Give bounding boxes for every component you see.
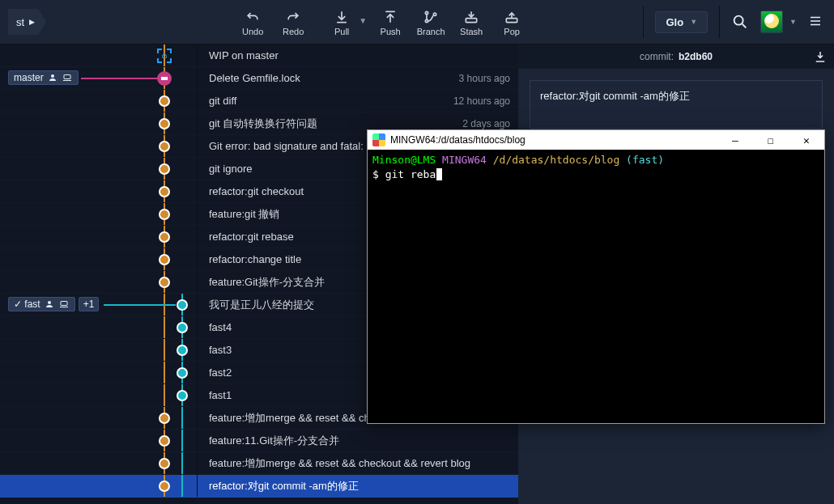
- svg-rect-8: [64, 75, 70, 79]
- commit-header: commit: b2db60: [518, 44, 834, 69]
- commit-dot-icon: [177, 367, 188, 379]
- terminal-env: MINGW64: [442, 154, 487, 166]
- pull-button[interactable]: Pull ▼: [321, 5, 362, 40]
- branch-badge-master[interactable]: master: [8, 70, 79, 85]
- stash-label: Stash: [460, 27, 483, 36]
- commit-dot-icon: [177, 390, 188, 401]
- branch-button[interactable]: Branch: [411, 5, 451, 40]
- commit-label: commit:: [640, 51, 674, 62]
- svg-rect-10: [61, 302, 67, 306]
- commit-message: feature:增加merge && reset && checkout && …: [209, 456, 510, 471]
- commit-dot-icon: [159, 458, 170, 469]
- ahead-count-badge: +1: [79, 297, 100, 311]
- branch-label: Branch: [417, 27, 445, 36]
- push-label: Push: [381, 27, 401, 36]
- branch-badge-fast[interactable]: ✓ fast +1: [8, 297, 99, 311]
- commit-row[interactable]: git diff12 hours ago: [0, 90, 518, 112]
- glo-label: Glo: [666, 16, 683, 28]
- svg-point-1: [425, 19, 428, 22]
- commit-row[interactable]: feature:11.Git操作-分支合并: [0, 430, 518, 452]
- commit-dot-icon: [159, 254, 170, 265]
- commit-dot-icon: [159, 95, 170, 107]
- commit-dot-icon: [159, 209, 170, 220]
- svg-rect-3: [466, 19, 476, 23]
- chevron-down-icon: ▼: [690, 18, 697, 26]
- commit-row[interactable]: refactor:对git commit -am的修正: [0, 475, 518, 498]
- commit-message: git diff: [209, 95, 447, 107]
- commit-row[interactable]: masterDelete Gemfile.lock3 hours ago: [0, 67, 518, 90]
- mingw-icon: [372, 133, 385, 146]
- terminal-user: Minson@LMS: [372, 154, 436, 166]
- stash-button[interactable]: Stash: [451, 5, 491, 40]
- current-branch-label: st: [16, 16, 24, 28]
- laptop-icon: [62, 72, 73, 83]
- commit-message-box: refactor:对git commit -am的修正: [530, 80, 823, 129]
- svg-rect-6: [163, 55, 167, 57]
- commit-dot-icon: [159, 435, 170, 447]
- svg-point-9: [48, 301, 51, 304]
- push-button[interactable]: Push: [370, 5, 411, 40]
- commit-dot-icon: [177, 299, 188, 311]
- pull-label: Pull: [334, 27, 349, 36]
- commit-row[interactable]: feature:增加merge && reset && checkout && …: [0, 452, 518, 475]
- commit-message: git 自动转换换行符问题: [209, 116, 456, 131]
- terminal-command: $ git reba: [372, 168, 436, 180]
- commit-message: refactor:对git commit -am的修正: [540, 90, 690, 102]
- commit-time: 12 hours ago: [447, 95, 510, 107]
- avatar-icon: [44, 299, 55, 310]
- commit-time: 2 days ago: [456, 118, 510, 129]
- commit-hash: b2db60: [679, 51, 713, 62]
- terminal-path: /d/datas/htdocs/blog: [493, 154, 620, 166]
- terminal-title: MINGW64:/d/datas/htdocs/blog: [390, 134, 717, 146]
- undo-button[interactable]: Undo: [232, 5, 273, 40]
- commit-message: Delete Gemfile.lock: [209, 72, 453, 84]
- svg-point-7: [51, 74, 54, 78]
- commit-message: feature:11.Git操作-分支合并: [209, 434, 510, 448]
- commit-dot-icon: [177, 322, 188, 333]
- chevron-right-icon: ▶: [29, 18, 35, 26]
- svg-point-2: [433, 13, 436, 15]
- close-button[interactable]: ✕: [789, 130, 824, 150]
- undo-label: Undo: [242, 27, 263, 36]
- checked-out-badge: ✓ fast: [8, 297, 75, 311]
- commit-dot-icon: [159, 118, 170, 129]
- laptop-icon: [58, 299, 70, 310]
- svg-point-0: [425, 11, 428, 14]
- terminal-cursor: [436, 168, 442, 180]
- commit-dot-icon: [159, 277, 170, 288]
- commit-dot-icon: [159, 163, 170, 175]
- terminal-titlebar[interactable]: MINGW64:/d/datas/htdocs/blog — ☐ ✕: [368, 130, 824, 150]
- user-avatar[interactable]: [760, 11, 783, 33]
- maximize-button[interactable]: ☐: [753, 130, 789, 150]
- commit-message: WIP on master: [209, 49, 510, 61]
- uncommitted-changes-icon: [157, 71, 172, 86]
- download-icon[interactable]: [813, 49, 828, 64]
- svg-point-5: [734, 16, 743, 25]
- toolbar-right: Glo ▼ ▼: [643, 0, 834, 44]
- redo-label: Redo: [283, 27, 304, 36]
- terminal-window[interactable]: MINGW64:/d/datas/htdocs/blog — ☐ ✕ Minso…: [367, 129, 825, 424]
- svg-rect-4: [506, 19, 517, 23]
- pop-label: Pop: [504, 27, 520, 36]
- chevron-down-icon[interactable]: ▼: [359, 16, 367, 25]
- glo-button[interactable]: Glo ▼: [655, 11, 708, 33]
- redo-button[interactable]: Redo: [273, 5, 313, 40]
- minimize-button[interactable]: —: [717, 130, 753, 150]
- current-branch-chip[interactable]: st ▶: [8, 9, 46, 35]
- commit-time: 3 hours ago: [453, 73, 510, 84]
- commit-dot-icon: [159, 141, 170, 152]
- commit-row[interactable]: WIP on master: [0, 44, 518, 67]
- pop-button[interactable]: Pop: [491, 5, 532, 40]
- commit-dot-icon: [177, 345, 188, 356]
- search-button[interactable]: [731, 13, 749, 31]
- terminal-branch: (fast): [626, 154, 664, 166]
- commit-dot-icon: [159, 186, 170, 197]
- terminal-body[interactable]: Minson@LMS MINGW64 /d/datas/htdocs/blog …: [368, 150, 824, 423]
- commit-message: refactor:对git commit -am的修正: [209, 479, 510, 493]
- commit-dot-icon: [159, 231, 170, 243]
- stash-icon: [157, 49, 172, 63]
- chevron-down-icon[interactable]: ▼: [789, 18, 797, 26]
- toolbar: st ▶ Undo Redo Pull ▼ Push Branch Stash: [0, 0, 834, 44]
- menu-button[interactable]: [808, 14, 823, 31]
- commit-dot-icon: [159, 413, 170, 424]
